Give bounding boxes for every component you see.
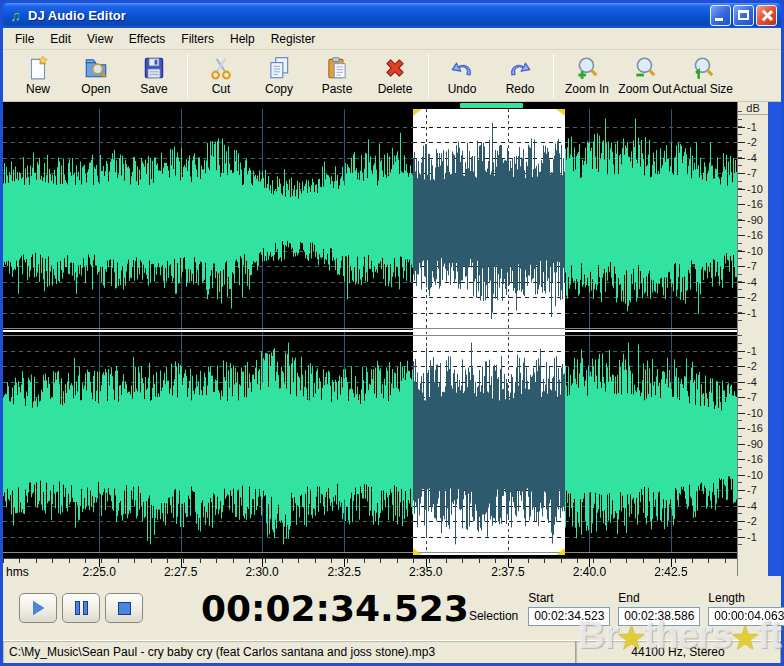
copy-pages-icon [266, 55, 292, 81]
statusbar: C:\My_Music\Sean Paul - cry baby cry (fe… [3, 640, 781, 663]
timeline-tick-label: 2:35.0 [409, 565, 442, 579]
db-tick-label: -4 [738, 152, 768, 164]
app-icon: ♫ [7, 7, 24, 24]
audio-format-status: 44100 Hz, Stereo [576, 641, 781, 663]
db-tick-label: -2 [738, 515, 768, 527]
db-tick-label: -90 [738, 438, 768, 450]
selection-length-field[interactable] [708, 607, 784, 626]
menu-register[interactable]: Register [263, 30, 324, 48]
zoom-out-label: Zoom Out [618, 82, 671, 96]
db-tick-label: -4 [738, 500, 768, 512]
open-folder-icon [83, 55, 109, 81]
db-scale-channel: -1-2-4-7-10-16-90-16-10-7-4-2-1 [738, 335, 768, 552]
titlebar[interactable]: ♫ DJ Audio Editor [3, 3, 781, 28]
db-tick-label: -16 [738, 422, 768, 434]
new-button[interactable]: New [9, 52, 67, 100]
db-scale-channel: -1-2-4-7-10-16-90-16-10-7-4-2-1 [738, 111, 768, 328]
db-tick-label: -7 [738, 167, 768, 179]
menu-edit[interactable]: Edit [42, 30, 79, 48]
timeline-tick-label: 2:32.5 [328, 565, 361, 579]
actual-size-button[interactable]: Actual Size [674, 52, 732, 100]
file-path-status: C:\My_Music\Sean Paul - cry baby cry (fe… [3, 641, 576, 663]
redo-button[interactable]: Redo [491, 52, 549, 100]
db-tick-label: -1 [738, 307, 768, 319]
cut-label: Cut [212, 82, 231, 96]
timeline-tick-label: 2:42.5 [654, 565, 687, 579]
open-button[interactable]: Open [67, 52, 125, 100]
db-tick-label: -7 [738, 484, 768, 496]
menu-filters[interactable]: Filters [173, 30, 222, 48]
timeline-unit-label: hms [6, 565, 29, 579]
db-tick-label: -10 [738, 183, 768, 195]
menubar: File Edit View Effects Filters Help Regi… [3, 28, 781, 50]
menu-effects[interactable]: Effects [121, 30, 173, 48]
db-tick-label: -90 [738, 214, 768, 226]
timeline-tick-label: 2:27.5 [164, 565, 197, 579]
timeline-ruler[interactable]: hms 2:25.02:27.52:30.02:32.52:35.02:37.5… [3, 558, 737, 576]
selection-label: Selection [469, 609, 520, 623]
open-label: Open [81, 82, 110, 96]
db-tick-label: -16 [738, 229, 768, 241]
redo-arrow-icon [507, 55, 533, 81]
waveform-canvas[interactable] [3, 109, 737, 558]
selection-length-header: Length [708, 591, 784, 605]
maximize-button[interactable] [733, 5, 754, 26]
scrollbar-thumb[interactable] [460, 103, 523, 108]
selection-start-header: Start [528, 591, 610, 605]
zoom-in-button[interactable]: Zoom In [558, 52, 616, 100]
cut-button[interactable]: Cut [192, 52, 250, 100]
stop-button[interactable] [105, 593, 143, 623]
pause-button[interactable] [62, 593, 100, 623]
db-tick-label: -2 [738, 136, 768, 148]
db-tick-label: -7 [738, 260, 768, 272]
db-tick-label: -10 [738, 245, 768, 257]
db-tick-label: -2 [738, 291, 768, 303]
timeline-tick-label: 2:37.5 [491, 565, 524, 579]
db-tick-label: -16 [738, 198, 768, 210]
delete-x-icon [382, 55, 408, 81]
save-label: Save [140, 82, 167, 96]
actual-size-icon [690, 55, 716, 81]
selection-end-header: End [618, 591, 700, 605]
stop-icon [118, 602, 131, 615]
menu-help[interactable]: Help [222, 30, 263, 48]
db-tick-label: -1 [738, 531, 768, 543]
toolbar: New Open Save [3, 50, 781, 102]
new-file-icon [25, 55, 51, 81]
save-button[interactable]: Save [125, 52, 183, 100]
timeline-tick-label: 2:40.0 [573, 565, 606, 579]
selection-start-field[interactable] [528, 607, 610, 626]
zoom-out-button[interactable]: Zoom Out [616, 52, 674, 100]
timeline-tick-label: 2:25.0 [82, 565, 115, 579]
close-button[interactable] [756, 5, 777, 26]
undo-button[interactable]: Undo [433, 52, 491, 100]
play-button[interactable] [19, 593, 57, 623]
zoom-out-icon [632, 55, 658, 81]
minimize-icon [715, 18, 723, 21]
wave-region: hms 2:25.02:27.52:30.02:32.52:35.02:37.5… [3, 102, 781, 576]
db-tick-label: -4 [738, 276, 768, 288]
copy-button[interactable]: Copy [250, 52, 308, 100]
toolbar-separator [553, 54, 554, 98]
paste-label: Paste [322, 82, 353, 96]
undo-label: Undo [448, 82, 477, 96]
db-tick-label: -16 [738, 453, 768, 465]
wave-column: hms 2:25.02:27.52:30.02:32.52:35.02:37.5… [3, 102, 737, 576]
paste-clipboard-icon [324, 55, 350, 81]
right-border-filler [768, 102, 781, 576]
delete-label: Delete [378, 82, 413, 96]
menu-view[interactable]: View [79, 30, 121, 48]
play-icon [33, 601, 44, 615]
wave-overview-scrollbar[interactable] [3, 102, 737, 109]
db-tick-label: -10 [738, 407, 768, 419]
selection-end-field[interactable] [618, 607, 700, 626]
cut-scissors-icon [208, 55, 234, 81]
menu-file[interactable]: File [7, 30, 42, 48]
zoom-in-icon [574, 55, 600, 81]
db-tick-label: -7 [738, 391, 768, 403]
paste-button[interactable]: Paste [308, 52, 366, 100]
window-title: DJ Audio Editor [28, 8, 708, 23]
delete-button[interactable]: Delete [366, 52, 424, 100]
db-tick-label: -10 [738, 469, 768, 481]
minimize-button[interactable] [710, 5, 731, 26]
